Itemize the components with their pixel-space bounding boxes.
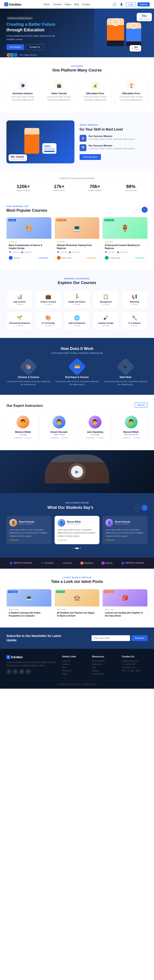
blog-post-3[interactable]: 🎒 Technology May 5, 2022 Learners are st… bbox=[102, 589, 148, 620]
partner-udemy: Udemy bbox=[102, 562, 113, 565]
blog-1-date: May 5, 2022 bbox=[9, 609, 49, 611]
category-marketing[interactable]: 📢 Marketing 5 Course bbox=[121, 290, 148, 309]
newsletter-form: Subscribe bbox=[91, 635, 148, 641]
footer: E EduMan Lorem ipsum dolor sit amet, con… bbox=[0, 649, 154, 689]
category-management[interactable]: 📋 Management 5 Course bbox=[93, 290, 119, 309]
course-1-stars: ★★★★½ bbox=[9, 241, 49, 243]
stat-label-1: Happy Students bbox=[6, 189, 40, 191]
facebook-icon[interactable]: f bbox=[6, 669, 11, 674]
instructor-4: 👨 Musum Billah Web Development 5 Student… bbox=[115, 412, 148, 442]
newsletter-email-input[interactable] bbox=[91, 635, 130, 641]
how-step-1-title: Choose A Course bbox=[6, 376, 51, 379]
category-web-dev[interactable]: 🌐 Web Development 5 Course bbox=[64, 312, 90, 330]
nav-pages[interactable]: Pages bbox=[64, 3, 71, 6]
nav-blog[interactable]: Blog bbox=[74, 3, 79, 6]
linkedin-icon[interactable]: li bbox=[26, 669, 31, 674]
dot-1[interactable] bbox=[73, 548, 74, 549]
blog-tag: Latest Blog & Article bbox=[6, 576, 148, 579]
prev-testimonial-button[interactable]: ‹ bbox=[134, 505, 140, 511]
stat-3: 70k+ Subject Matters bbox=[78, 184, 112, 191]
footer-link-1-4[interactable]: Pages bbox=[62, 673, 88, 675]
next-testimonial-button[interactable]: › bbox=[141, 505, 148, 511]
feature-desc-1: Lorem ipsum dolor sit amet, consectetur … bbox=[9, 95, 37, 101]
category-finance[interactable]: 💼 Finance Account 5 Course bbox=[35, 290, 61, 309]
category-health[interactable]: 🏃 Health and Fitness 5 Course bbox=[64, 290, 90, 309]
instructors-section: Our Expert Instructors View All 👨 Mamum … bbox=[0, 395, 154, 450]
view-all-instructors-button[interactable]: View All bbox=[135, 402, 148, 408]
discover-more-button[interactable]: Discover More bbox=[80, 154, 101, 160]
blog-post-1[interactable]: 💻 Technology May 5, 2022 A Student Learn… bbox=[6, 589, 52, 620]
dot-2-active[interactable] bbox=[75, 548, 79, 549]
testimonial-1-role: CEO of Themexox bbox=[19, 523, 34, 525]
hero-happy-students: 3M+ Happy Student bbox=[20, 54, 37, 56]
it-icon: 🔧 bbox=[123, 315, 146, 321]
dot-3[interactable] bbox=[80, 548, 81, 549]
exclusive-advisor-icon: 🎓 bbox=[19, 81, 27, 90]
cat-count-8: 5 Course bbox=[94, 325, 117, 326]
instructor-3-courses: 7 Course bbox=[97, 437, 104, 439]
next-courses-button[interactable]: › bbox=[141, 207, 148, 213]
categories-section: Browse Categories Explore Our Courses 📊 … bbox=[0, 270, 154, 338]
testimonial-2-name: Musum Billah bbox=[67, 520, 81, 523]
user-icon[interactable]: 👤 bbox=[119, 2, 124, 7]
login-button[interactable]: Login bbox=[126, 2, 136, 6]
footer-col-1-links: About Us Courses Blog Contact Us Pages bbox=[62, 660, 88, 675]
footer-link-1-1[interactable]: Courses bbox=[62, 663, 88, 665]
footer-link-2-2[interactable]: FAQ bbox=[92, 667, 118, 668]
nav-courses[interactable]: Courses bbox=[53, 3, 61, 6]
logo[interactable]: E EduMan bbox=[4, 2, 21, 6]
blog-3-img-icon: 🎒 bbox=[122, 595, 128, 601]
footer-link-2-3[interactable]: Support bbox=[92, 670, 118, 672]
stat-4: 98% Success Rate bbox=[114, 184, 148, 191]
partner-hubspot: HubSpot bbox=[80, 562, 93, 565]
category-personal-dev[interactable]: 🌱 Personal Development 5 Course bbox=[6, 312, 33, 330]
category-it[interactable]: 🔧 IT & Software 5 Course bbox=[121, 312, 148, 330]
footer-contact-3: Mon - Fri: 9am - 6pm bbox=[122, 670, 148, 672]
data-science-icon: 📊 bbox=[8, 294, 31, 299]
nav-home[interactable]: Home bbox=[44, 3, 50, 6]
mission-1-icon: 🎯 bbox=[80, 135, 86, 142]
mission-1-title: Our Success Mission bbox=[88, 135, 135, 137]
video-tutorial-icon: 🎬 bbox=[55, 81, 63, 90]
category-graphics[interactable]: 🖌 Graphics Design 5 Course bbox=[93, 312, 119, 330]
register-button[interactable]: Register bbox=[138, 2, 150, 6]
instagram-icon[interactable]: in bbox=[19, 669, 24, 674]
instructor-1-role: UI Design bbox=[9, 434, 37, 436]
choose-course-icon: 📚 bbox=[26, 364, 31, 369]
course-3-stars: ★★★★½ bbox=[105, 241, 145, 243]
footer-link-1-2[interactable]: Blog bbox=[62, 667, 88, 668]
footer-col-1: Useful Links About Us Courses Blog Conta… bbox=[62, 655, 88, 676]
features-tag: Features bbox=[6, 65, 148, 67]
footer-link-2-4[interactable]: Privacy Policy bbox=[92, 673, 118, 675]
prev-courses-button[interactable]: ‹ bbox=[134, 207, 140, 213]
blog-1-title: A Student Learning with Online Programme… bbox=[9, 611, 49, 617]
category-data-science[interactable]: 📊 Data Science 5 Course bbox=[6, 290, 33, 309]
play-video-button[interactable]: ▶ bbox=[71, 466, 83, 478]
newsletter-subscribe-button[interactable]: Subscribe bbox=[131, 635, 148, 641]
stat-2: 17k+ Total Courses bbox=[42, 184, 76, 191]
contact-us-button[interactable]: Contact Us bbox=[26, 44, 44, 50]
ui-ux-icon: 🎨 bbox=[37, 315, 59, 321]
instructor-4-students: 5 Students bbox=[123, 437, 130, 439]
footer-link-1-0[interactable]: About Us bbox=[62, 660, 88, 662]
twitter-icon[interactable]: t bbox=[13, 669, 18, 674]
testimonial-3-name: Ekram Hossain bbox=[115, 520, 130, 523]
testimonial-3-role: CEO of Themexox bbox=[115, 523, 130, 525]
how-step-2-desc: Lorem ipsum dolor sit amet, consectetur … bbox=[55, 380, 99, 386]
cart-icon[interactable]: 🛒 bbox=[112, 2, 117, 7]
hero-badge: Online E-Learning Courses bbox=[6, 17, 33, 20]
nav-contact[interactable]: Contact bbox=[82, 3, 90, 6]
testimonial-3: 👤 Ekram Hossain CEO of Themexox Lorem ip… bbox=[102, 516, 148, 544]
category-ui-ux[interactable]: 🎨 UI / UX Design 5 Course bbox=[35, 312, 61, 330]
get-started-button[interactable]: Get Started bbox=[6, 44, 24, 50]
how-step-2: 💳 Purchase A Course Lorem ipsum dolor si… bbox=[55, 360, 99, 386]
about-floating-card: 50k+ Student Learning everyday bbox=[9, 154, 27, 161]
footer-link-2-0[interactable]: Documentation bbox=[92, 660, 118, 662]
instructor-4-name: Musum Billah bbox=[117, 431, 145, 433]
stat-num-4: 98% bbox=[114, 184, 148, 189]
nav-actions: 🛒 👤 Login Register bbox=[112, 2, 150, 7]
blog-post-2[interactable]: 🏫 Education May 5, 2022 All Students and… bbox=[55, 589, 100, 620]
footer-link-1-3[interactable]: Contact Us bbox=[62, 670, 88, 672]
footer-link-2-1[interactable]: Community bbox=[92, 663, 118, 665]
cat-count-2: 5 Course bbox=[66, 303, 88, 305]
